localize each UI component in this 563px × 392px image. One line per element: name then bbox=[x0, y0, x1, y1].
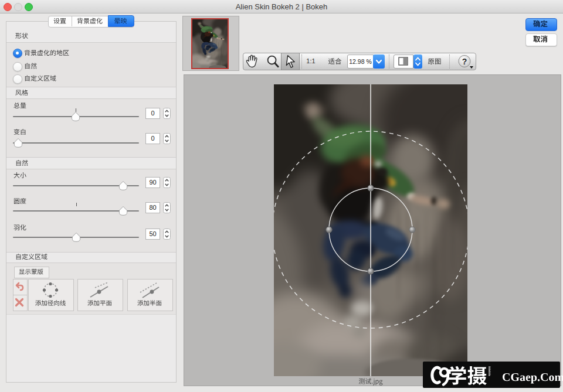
svg-text:?: ? bbox=[462, 57, 467, 66]
